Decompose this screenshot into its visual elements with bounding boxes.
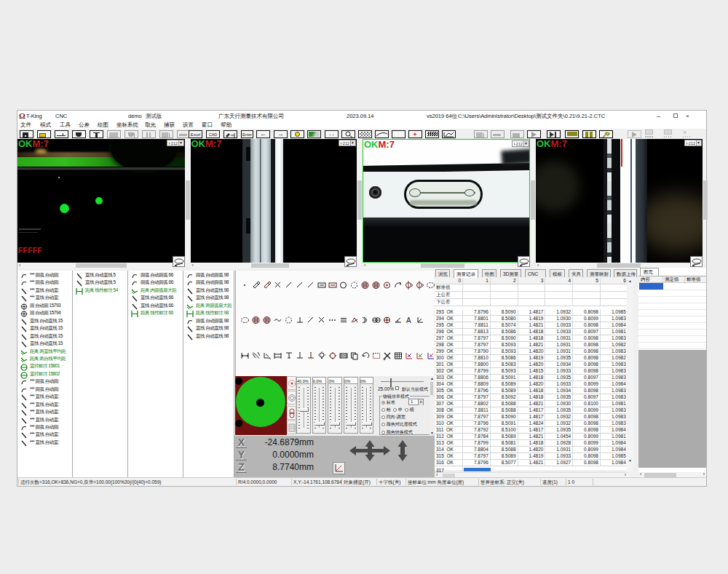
svg-text:A: A: [406, 316, 411, 324]
